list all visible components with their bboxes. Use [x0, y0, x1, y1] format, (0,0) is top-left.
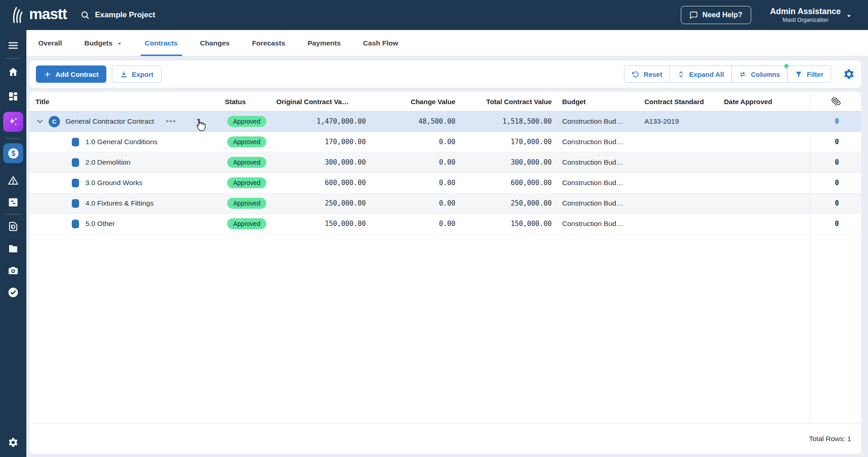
table-row[interactable]: 5.0 Other Approved 150,000.00 0.00 150,0…	[30, 214, 861, 234]
line-item-bullet-icon	[72, 179, 79, 187]
table-actions-group: Reset Expand All Columns Filter	[624, 65, 831, 83]
sidebar-item-files[interactable]	[8, 243, 19, 254]
chat-bubble-icon	[689, 11, 698, 20]
original-contract-value-cell: 1,470,000.00	[270, 117, 370, 126]
table-row[interactable]: 3.0 Ground Works Approved 600,000.00 0.0…	[30, 173, 861, 193]
status-cell: Approved	[218, 116, 270, 127]
change-value-cell: 0.00	[370, 199, 460, 207]
table-row[interactable]: C General Contractor Contract ••• Approv…	[30, 111, 861, 132]
column-header[interactable]: Change Value	[370, 98, 460, 105]
expand-all-label: Expand All	[689, 70, 724, 78]
original-contract-value-cell: 600,000.00	[270, 179, 370, 187]
search-icon	[80, 10, 90, 20]
sidebar-item-report[interactable]	[8, 197, 19, 208]
column-header[interactable]: Original Contract Va…	[270, 98, 370, 105]
tab-label: Payments	[308, 39, 341, 47]
need-help-button[interactable]: Need Help?	[681, 6, 751, 24]
table-row[interactable]: 4.0 Fixtures & Fittings Approved 250,000…	[30, 193, 861, 214]
title-cell: 5.0 Other	[30, 220, 218, 228]
original-contract-value-cell: 250,000.00	[270, 199, 370, 207]
row-title: General Contractor Contract	[65, 117, 154, 126]
tab-label: Cash Flow	[363, 39, 399, 47]
sidebar-item-settings[interactable]	[8, 437, 19, 448]
contracts-table: TitleStatusOriginal Contract Va…Change V…	[30, 92, 861, 454]
attachments-count[interactable]: 0	[810, 138, 861, 146]
status-cell: Approved	[218, 136, 270, 147]
tab-contracts[interactable]: Contracts	[139, 30, 184, 56]
column-header[interactable]: Contract Standard	[639, 98, 718, 105]
columns-button[interactable]: Columns	[731, 66, 787, 82]
page-tabs: Overall Budgets Contracts Changes Foreca…	[26, 30, 868, 56]
attachments-count[interactable]: 0	[810, 117, 861, 126]
ai-sparkles-icon	[7, 116, 19, 128]
sidebar-item-photos[interactable]	[8, 265, 19, 276]
title-cell: C General Contractor Contract •••	[30, 116, 218, 127]
attachments-column-header[interactable]	[810, 97, 861, 106]
tab-payments[interactable]: Payments	[301, 30, 347, 56]
column-header[interactable]: Title	[30, 98, 218, 105]
sidebar-item-dashboard[interactable]	[8, 91, 19, 102]
tab-overall[interactable]: Overall	[32, 30, 69, 56]
column-header[interactable]: Status	[218, 98, 270, 105]
filter-button[interactable]: Filter	[787, 66, 831, 82]
status-badge: Approved	[227, 157, 266, 168]
reset-label: Reset	[644, 70, 662, 78]
budget-cell: Construction Bud…	[556, 199, 639, 207]
history-icon	[8, 221, 19, 232]
reset-button[interactable]: Reset	[624, 66, 669, 82]
change-value-cell: 0.00	[370, 138, 460, 146]
original-contract-value-cell: 170,000.00	[270, 138, 370, 146]
tab-budgets[interactable]: Budgets	[78, 30, 129, 56]
user-menu[interactable]: Admin Assistance Mastt Organization	[770, 7, 853, 23]
tab-label: Forecasts	[252, 39, 285, 47]
user-organization: Mastt Organization	[783, 17, 828, 23]
tab-changes[interactable]: Changes	[194, 30, 236, 56]
sidebar-item-ai-assistant[interactable]	[3, 112, 23, 132]
column-header[interactable]: Total Contract Value	[460, 98, 556, 105]
export-label: Export	[132, 70, 154, 78]
columns-label: Columns	[751, 70, 780, 78]
total-rows-label: Total Rows: 1	[809, 435, 851, 443]
status-badge: Approved	[227, 177, 266, 188]
sidebar-item-history[interactable]	[8, 221, 19, 232]
title-cell: 1.0 General Conditions	[30, 138, 218, 146]
tab-label: Budgets	[85, 39, 113, 47]
attachments-count[interactable]: 0	[810, 179, 861, 187]
attachments-count[interactable]: 0	[810, 220, 861, 228]
menu-icon	[8, 40, 19, 51]
table-empty-area	[30, 234, 861, 423]
files-folder-icon	[8, 243, 19, 254]
sidebar-divider	[6, 214, 20, 215]
export-button[interactable]: Export	[112, 65, 162, 83]
row-actions-menu-icon[interactable]: •••	[166, 116, 176, 126]
sidebar-divider	[6, 138, 20, 139]
sidebar-item-cost-active[interactable]: $	[3, 143, 23, 163]
table-row[interactable]: 2.0 Demolition Approved 300,000.00 0.00 …	[30, 152, 861, 173]
sidebar-item-approvals[interactable]	[8, 287, 19, 298]
attachments-count[interactable]: 0	[810, 158, 861, 166]
tab-forecasts[interactable]: Forecasts	[245, 30, 291, 56]
attachments-count[interactable]: 0	[810, 199, 861, 207]
cost-dollar-icon: $	[7, 147, 20, 160]
column-header[interactable]: Date Approved	[718, 98, 810, 105]
tab-cash-flow[interactable]: Cash Flow	[357, 30, 405, 56]
project-search[interactable]: Example Project	[80, 10, 155, 20]
add-contract-button[interactable]: Add Contract	[36, 65, 106, 83]
status-cell: Approved	[218, 198, 270, 209]
sidebar-menu-toggle[interactable]	[8, 40, 19, 51]
total-contract-value-cell: 150,000.00	[460, 220, 556, 228]
expand-all-button[interactable]: Expand All	[669, 66, 731, 82]
table-row[interactable]: 1.0 General Conditions Approved 170,000.…	[30, 132, 861, 152]
svg-text:$: $	[11, 150, 15, 157]
change-value-cell: 0.00	[370, 158, 460, 166]
row-expand-chevron-icon[interactable]	[35, 117, 45, 126]
budget-cell: Construction Bud…	[556, 158, 639, 166]
sidebar-divider	[6, 58, 20, 59]
sidebar-item-risk[interactable]	[8, 175, 19, 186]
row-title: 1.0 General Conditions	[85, 138, 158, 146]
column-header[interactable]: Budget	[556, 98, 639, 105]
table-settings-gear-icon[interactable]	[843, 68, 855, 80]
row-title: 5.0 Other	[85, 220, 115, 228]
mastt-logo[interactable]: mastt	[12, 6, 67, 24]
sidebar-item-home[interactable]	[8, 66, 19, 77]
